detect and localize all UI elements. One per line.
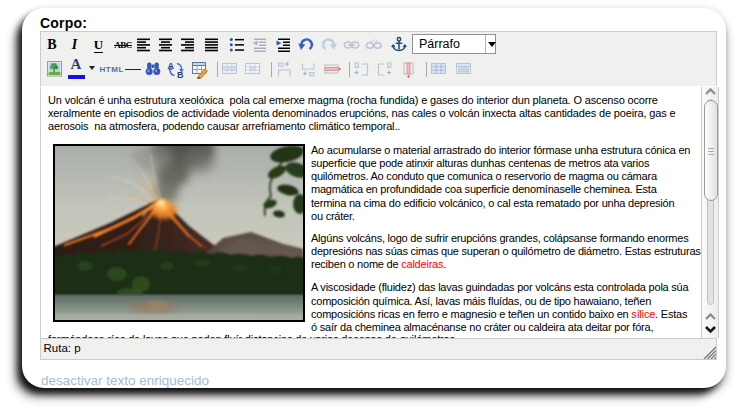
svg-text:B: B xyxy=(177,70,184,80)
